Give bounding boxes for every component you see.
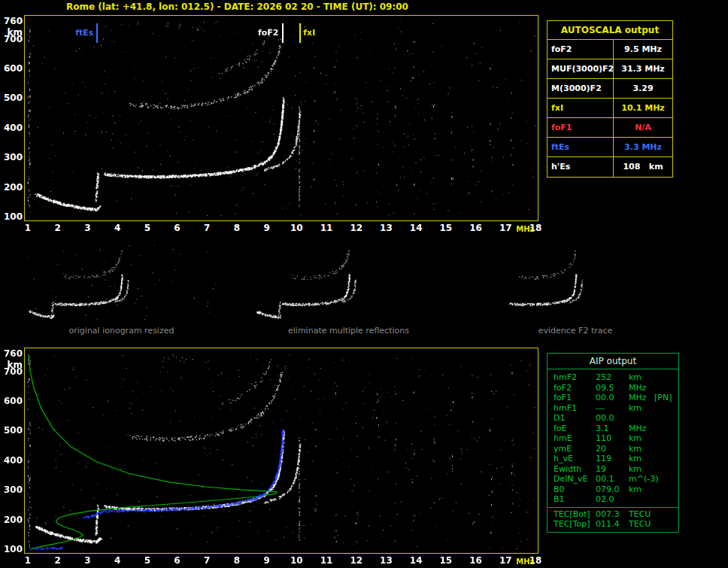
y-tick-label: 760 [3,348,23,359]
x-tick-label: 13 [378,555,394,566]
y-tick-label: 700 [3,366,23,377]
aip-row-label: TEC[Top] [548,519,596,530]
aip-row-ewidth: Ewidth19km [548,464,678,475]
aip-row-unit: km [629,433,678,444]
aip-row-unit: km [629,454,678,464]
x-tick-label: 12 [348,555,365,566]
marker-label-ftes: ftEs [62,28,93,38]
y-tick-label: 500 [3,425,23,436]
aip-row-label: TEC[Bot] [548,509,596,519]
aip-row-hmf1: hmF1---km [548,403,678,414]
autoscala-row-label: ftEs [548,138,614,156]
x-tick-label: 4 [109,555,126,566]
x-tick-label: 7 [199,555,215,566]
autoscala-row-fxi: fxI10.1 MHz [548,99,672,118]
aip-row-value: 252 [596,372,629,383]
header-title: Rome (lat: +41.8, lon: 012.5) - DATE: 20… [66,2,408,12]
x-tick-label: 15 [438,555,454,566]
autoscala-row-h-es: h'Es108 km [548,157,672,177]
y-axis-unit-label: km [3,360,23,370]
y-tick-label: 300 [3,152,23,163]
y-tick-label: 500 [3,93,23,103]
x-axis-unit-label: MHz [516,225,534,233]
autoscala-output-panel: AUTOSCALA output foF29.5 MHzMUF(3000)F23… [547,20,673,178]
aip-row-value: 19 [596,464,629,475]
aip-row-unit: MHz [629,383,678,393]
x-tick-label: 16 [468,555,484,566]
aip-row-unit: MHz [PN] [629,393,678,403]
aip-row-value: 20 [596,444,629,454]
aip-row-b1: B102.0 [548,494,678,505]
autoscala-row-label: h'Es [548,157,614,177]
aip-row-value: 007.3 [596,509,629,519]
aip-row-unit: m^(-3) [629,474,678,484]
autoscala-app-window: Rome (lat: +41.8, lon: 012.5) - DATE: 20… [0,0,728,568]
aip-row-label: foE [548,424,596,434]
x-axis-unit-label: MHz [516,557,534,566]
autoscala-row-value: 3.29 [614,79,672,98]
aip-row-label: foF1 [548,393,596,403]
x-tick-label: 10 [288,223,305,233]
autoscala-row-fof1: foF1N/A [548,118,672,138]
thumbnail-multiple-reflections [253,245,444,320]
x-tick-label: 1 [20,555,36,566]
autoscala-row-value: 31.3 MHz [614,59,672,78]
aip-row-label: B1 [548,494,596,505]
thumbnail-caption-f2: evidence F2 trace [481,326,669,336]
x-tick-label: 3 [79,555,96,566]
marker-label-fxi: fxI [303,28,315,38]
x-tick-label: 8 [229,555,245,566]
aip-row-label: foF2 [548,383,596,393]
aip-row-b0: B0079.0km [548,484,678,495]
aip-row-value: 110 [596,433,629,444]
bottom-plot-frame [24,348,538,554]
autoscala-row-label: foF1 [548,118,614,137]
aip-row-unit [629,494,678,505]
aip-row-fof1: foF100.0MHz [PN] [548,393,678,403]
autoscala-row-value: 9.5 MHz [614,40,672,59]
x-tick-label: 2 [50,555,66,566]
x-tick-label: 18 [527,555,544,566]
aip-row-label: hmF1 [548,403,596,414]
aip-row-unit: TECU [629,509,678,519]
aip-row-unit [629,413,678,424]
aip-row-value: 00.0 [596,393,629,403]
aip-output-panel: AIP output hmF2252kmfoF209.5MHzfoF100.0M… [547,353,679,533]
autoscala-row-fof2: foF29.5 MHz [548,40,672,59]
autoscala-row-value: 108 km [614,157,672,177]
aip-row-hme: hmE110km [548,433,678,444]
thumbnail-caption-original: original ionogram resized [26,326,217,336]
autoscala-row-ftes: ftEs3.3 MHz [548,138,672,157]
thumbnail-original-ionogram [26,245,217,320]
top-ionogram-canvas [25,16,538,220]
aip-row-label: Ewidth [548,464,596,475]
x-tick-label: 3 [79,223,96,233]
aip-row-yme: ymE20km [548,444,678,454]
x-tick-label: 4 [109,223,126,233]
y-axis-unit-label: km [3,27,23,38]
x-tick-label: 9 [259,555,275,566]
autoscala-row-label: MUF(3000)F2 [548,59,614,78]
x-tick-label: 16 [468,223,484,233]
aip-row-value: 00.0 [596,413,629,424]
aip-row-label: h_vE [548,454,596,464]
aip-row-label: hmF2 [548,372,596,383]
x-tick-label: 12 [348,223,365,233]
autoscala-rows: foF29.5 MHzMUF(3000)F231.3 MHzM(3000)F23… [548,40,672,177]
thumbnail-f2-trace [481,245,669,320]
autoscala-row-value: 10.1 MHz [614,99,672,117]
aip-row-unit: MHz [629,424,678,434]
autoscala-row-m-3000-f2: M(3000)F23.29 [548,79,672,99]
x-tick-label: 17 [497,555,514,566]
aip-row-tec-top-: TEC[Top]011.4TECU [548,519,678,530]
x-tick-label: 6 [169,555,186,566]
aip-row-label: hmE [548,433,596,444]
autoscala-row-label: fxI [548,99,614,117]
aip-rows: hmF2252kmfoF209.5MHzfoF100.0MHz [PN]hmF1… [548,372,678,529]
aip-row-value: 119 [596,454,629,464]
thumbnail-canvas-original [26,245,217,320]
aip-row-foe: foE3.1MHz [548,424,678,434]
marker-line-ftes [96,23,98,43]
aip-row-label: D1 [548,413,596,424]
aip-row-unit: km [629,484,678,495]
